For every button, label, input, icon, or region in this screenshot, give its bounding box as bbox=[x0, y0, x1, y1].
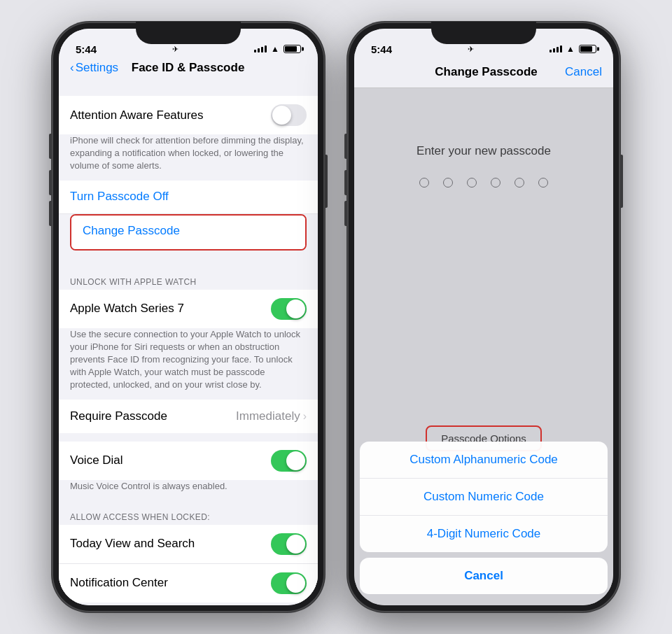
dot-6 bbox=[538, 178, 548, 188]
voice-dial-description: Music Voice Control is always enabled. bbox=[59, 480, 318, 500]
attention-card: Attention Aware Features bbox=[59, 96, 318, 134]
attention-label: Attention Aware Features bbox=[70, 108, 204, 122]
notification-row: Notification Center bbox=[59, 564, 318, 603]
phones-container: 5:44 ✈ ▲ bbox=[52, 22, 620, 612]
left-time: 5:44 bbox=[76, 43, 97, 55]
bar3 bbox=[261, 47, 263, 52]
access-locked-card: Today View and Search Notification Cente… bbox=[59, 525, 318, 603]
passcode-dots bbox=[419, 178, 548, 188]
attention-thumb bbox=[272, 106, 291, 125]
right-signal-bars bbox=[550, 45, 562, 52]
action-4digit-numeric[interactable]: 4-Digit Numeric Code bbox=[360, 516, 608, 552]
notification-toggle[interactable] bbox=[271, 572, 307, 594]
require-passcode-row[interactable]: Require Passcode Immediately › bbox=[59, 400, 318, 433]
allow-section-label: ALLOW ACCESS WHEN LOCKED: bbox=[59, 507, 318, 525]
attention-description: iPhone will check for attention before d… bbox=[59, 134, 318, 180]
notification-label: Notification Center bbox=[70, 576, 168, 590]
require-chevron-icon: › bbox=[303, 410, 307, 423]
settings-content: Attention Aware Features iPhone will che… bbox=[59, 82, 318, 603]
today-row: Today View and Search bbox=[59, 525, 318, 564]
passcode-header: Change Passcode Cancel bbox=[354, 59, 613, 88]
r-bar2 bbox=[553, 48, 555, 52]
settings-screen: 5:44 ✈ ▲ bbox=[59, 29, 318, 605]
right-time: 5:44 bbox=[371, 43, 392, 55]
battery-fill bbox=[285, 46, 297, 52]
divider1 bbox=[59, 251, 318, 272]
passcode-cancel-button[interactable]: Cancel bbox=[565, 65, 602, 79]
action-custom-numeric[interactable]: Custom Numeric Code bbox=[360, 479, 608, 516]
unlock-section-label: UNLOCK WITH APPLE WATCH bbox=[59, 272, 318, 290]
left-phone: 5:44 ✈ ▲ bbox=[52, 22, 325, 612]
dot-4 bbox=[491, 178, 500, 188]
attention-row: Attention Aware Features bbox=[59, 96, 318, 134]
apple-watch-card: Apple Watch Series 7 bbox=[59, 290, 318, 328]
left-screen: 5:44 ✈ ▲ bbox=[59, 29, 318, 605]
right-screen: 5:44 ✈ ▲ bbox=[354, 29, 613, 605]
battery-icon bbox=[284, 45, 301, 53]
change-passcode-highlight: Change Passcode bbox=[70, 214, 307, 251]
right-notch bbox=[431, 22, 536, 44]
attention-toggle[interactable] bbox=[271, 104, 307, 126]
back-label[interactable]: Settings bbox=[76, 61, 118, 75]
apple-watch-thumb bbox=[286, 300, 305, 318]
dot-3 bbox=[467, 178, 477, 188]
r-bar3 bbox=[556, 47, 559, 52]
settings-nav-bar: ‹ Settings Face ID & Passcode bbox=[59, 59, 318, 82]
left-notch bbox=[136, 22, 241, 44]
chevron-back-icon: ‹ bbox=[70, 61, 74, 75]
dot-5 bbox=[514, 178, 524, 188]
action-sheet-cancel-button[interactable]: Cancel bbox=[360, 558, 608, 594]
voice-dial-label: Voice Dial bbox=[70, 453, 123, 467]
bar4 bbox=[265, 45, 267, 52]
voice-dial-card: Voice Dial bbox=[59, 442, 318, 480]
right-location-icon: ✈ bbox=[468, 45, 474, 54]
change-passcode-row[interactable]: Change Passcode bbox=[71, 216, 305, 249]
turn-passcode-label[interactable]: Turn Passcode Off bbox=[70, 190, 169, 204]
right-battery-fill bbox=[580, 46, 592, 52]
wifi-icon: ▲ bbox=[271, 44, 279, 54]
today-thumb bbox=[286, 535, 305, 554]
turn-passcode-row[interactable]: Turn Passcode Off bbox=[59, 181, 318, 214]
dot-2 bbox=[443, 178, 453, 188]
passcode-prompt: Enter your new passcode bbox=[416, 144, 551, 158]
voice-dial-row: Voice Dial bbox=[59, 442, 318, 480]
today-label: Today View and Search bbox=[70, 537, 195, 551]
nav-title: Face ID & Passcode bbox=[132, 61, 245, 75]
r-bar1 bbox=[550, 50, 552, 52]
require-passcode-label: Require Passcode bbox=[70, 409, 167, 423]
action-sheet-group: Custom Alphanumeric Code Custom Numeric … bbox=[360, 442, 608, 552]
turn-passcode-card: Turn Passcode Off bbox=[59, 181, 318, 214]
dot-1 bbox=[419, 178, 429, 188]
apple-watch-toggle[interactable] bbox=[271, 298, 307, 320]
right-wifi-icon: ▲ bbox=[566, 44, 575, 54]
divider2 bbox=[59, 500, 318, 507]
right-status-icons: ▲ bbox=[550, 44, 596, 54]
passcode-title: Change Passcode bbox=[407, 65, 565, 79]
action-custom-alphanumeric[interactable]: Custom Alphanumeric Code bbox=[360, 442, 608, 479]
action-sheet: Custom Alphanumeric Code Custom Numeric … bbox=[354, 442, 613, 605]
passcode-body: Enter your new passcode Passcode Options bbox=[354, 88, 613, 605]
back-button[interactable]: ‹ Settings bbox=[70, 61, 118, 75]
signal-bars bbox=[254, 45, 267, 52]
left-location-icon: ✈ bbox=[172, 45, 178, 54]
apple-watch-description: Use the secure connection to your Apple … bbox=[59, 328, 318, 399]
bar1 bbox=[254, 50, 256, 52]
require-passcode-value: Immediately › bbox=[236, 409, 307, 423]
right-battery-icon bbox=[579, 45, 596, 53]
left-status-icons: ▲ bbox=[254, 44, 301, 54]
change-passcode-label[interactable]: Change Passcode bbox=[83, 224, 180, 237]
voice-dial-thumb bbox=[286, 451, 305, 470]
right-phone: 5:44 ✈ ▲ bbox=[347, 22, 620, 612]
bar2 bbox=[258, 48, 260, 52]
passcode-screen: 5:44 ✈ ▲ bbox=[354, 29, 613, 605]
apple-watch-label: Apple Watch Series 7 bbox=[70, 302, 184, 316]
r-bar4 bbox=[560, 45, 562, 52]
voice-dial-toggle[interactable] bbox=[271, 450, 307, 472]
require-passcode-card: Require Passcode Immediately › bbox=[59, 400, 318, 433]
notification-thumb bbox=[286, 574, 305, 593]
today-toggle[interactable] bbox=[271, 533, 307, 555]
apple-watch-row: Apple Watch Series 7 bbox=[59, 290, 318, 328]
